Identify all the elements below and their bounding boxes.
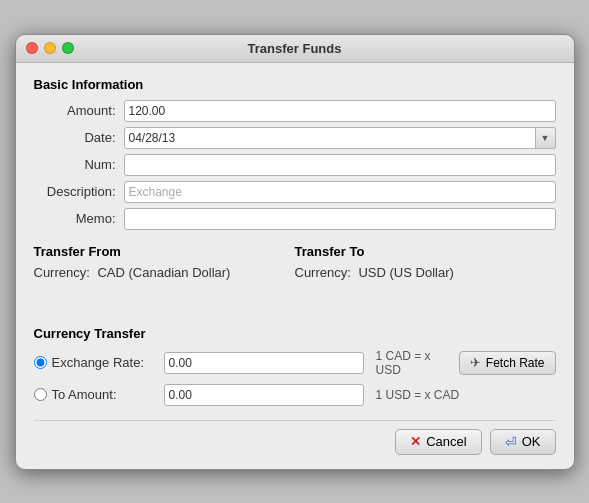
- exchange-rate-radio[interactable]: [34, 356, 47, 369]
- date-wrapper: ▼: [124, 127, 556, 149]
- cancel-button[interactable]: ✕ Cancel: [395, 429, 481, 455]
- to-amount-note: 1 USD = x CAD: [376, 388, 556, 402]
- exchange-rate-row: Exchange Rate: 1 CAD = x USD ✈ Fetch Rat…: [34, 349, 556, 377]
- cancel-icon: ✕: [410, 434, 421, 449]
- exchange-rate-input[interactable]: [164, 352, 364, 374]
- to-amount-radio-label[interactable]: To Amount:: [34, 387, 164, 402]
- close-button[interactable]: [26, 42, 38, 54]
- memo-row: Memo:: [34, 208, 556, 230]
- date-input[interactable]: [124, 127, 536, 149]
- title-bar: Transfer Funds: [16, 35, 574, 63]
- transfer-to-col: Transfer To Currency: USD (US Dollar): [295, 244, 556, 280]
- date-row: Date: ▼: [34, 127, 556, 149]
- memo-input[interactable]: [124, 208, 556, 230]
- memo-label: Memo:: [34, 211, 124, 226]
- date-label: Date:: [34, 130, 124, 145]
- spacer: [34, 286, 556, 316]
- currency-transfer-section: Currency Transfer Exchange Rate: 1 CAD =…: [34, 326, 556, 406]
- fetch-rate-icon: ✈: [470, 355, 481, 370]
- transfer-to-title: Transfer To: [295, 244, 556, 259]
- date-dropdown-button[interactable]: ▼: [536, 127, 556, 149]
- maximize-button[interactable]: [62, 42, 74, 54]
- currency-transfer-title: Currency Transfer: [34, 326, 556, 341]
- transfer-to-currency-label: Currency:: [295, 265, 351, 280]
- amount-row: Amount:: [34, 100, 556, 122]
- window-title: Transfer Funds: [248, 41, 342, 56]
- to-amount-row: To Amount: 1 USD = x CAD: [34, 384, 556, 406]
- transfer-from-currency-label: Currency:: [34, 265, 90, 280]
- exchange-rate-label: Exchange Rate:: [52, 355, 145, 370]
- window-content: Basic Information Amount: Date: ▼ Num: D…: [16, 63, 574, 469]
- transfer-to-currency-value: USD (US Dollar): [358, 265, 453, 280]
- ok-icon: ⏎: [505, 434, 517, 450]
- description-row: Description:: [34, 181, 556, 203]
- traffic-lights: [26, 42, 74, 54]
- num-label: Num:: [34, 157, 124, 172]
- fetch-rate-button[interactable]: ✈ Fetch Rate: [459, 351, 556, 375]
- transfer-funds-window: Transfer Funds Basic Information Amount:…: [15, 34, 575, 470]
- to-amount-input[interactable]: [164, 384, 364, 406]
- fetch-rate-label: Fetch Rate: [486, 356, 545, 370]
- transfer-from-currency-value: CAD (Canadian Dollar): [97, 265, 230, 280]
- num-input[interactable]: [124, 154, 556, 176]
- transfer-row: Transfer From Currency: CAD (Canadian Do…: [34, 244, 556, 280]
- basic-info-title: Basic Information: [34, 77, 556, 92]
- bottom-buttons: ✕ Cancel ⏎ OK: [34, 420, 556, 455]
- exchange-rate-note: 1 CAD = x USD: [376, 349, 451, 377]
- exchange-rate-radio-label[interactable]: Exchange Rate:: [34, 355, 164, 370]
- transfer-to-currency: Currency: USD (US Dollar): [295, 265, 556, 280]
- num-row: Num:: [34, 154, 556, 176]
- transfer-from-title: Transfer From: [34, 244, 295, 259]
- description-label: Description:: [34, 184, 124, 199]
- transfer-from-col: Transfer From Currency: CAD (Canadian Do…: [34, 244, 295, 280]
- ok-label: OK: [522, 434, 541, 449]
- minimize-button[interactable]: [44, 42, 56, 54]
- description-input[interactable]: [124, 181, 556, 203]
- transfer-from-currency: Currency: CAD (Canadian Dollar): [34, 265, 295, 280]
- cancel-label: Cancel: [426, 434, 466, 449]
- ok-button[interactable]: ⏎ OK: [490, 429, 556, 455]
- amount-input[interactable]: [124, 100, 556, 122]
- to-amount-radio[interactable]: [34, 388, 47, 401]
- amount-label: Amount:: [34, 103, 124, 118]
- to-amount-label: To Amount:: [52, 387, 117, 402]
